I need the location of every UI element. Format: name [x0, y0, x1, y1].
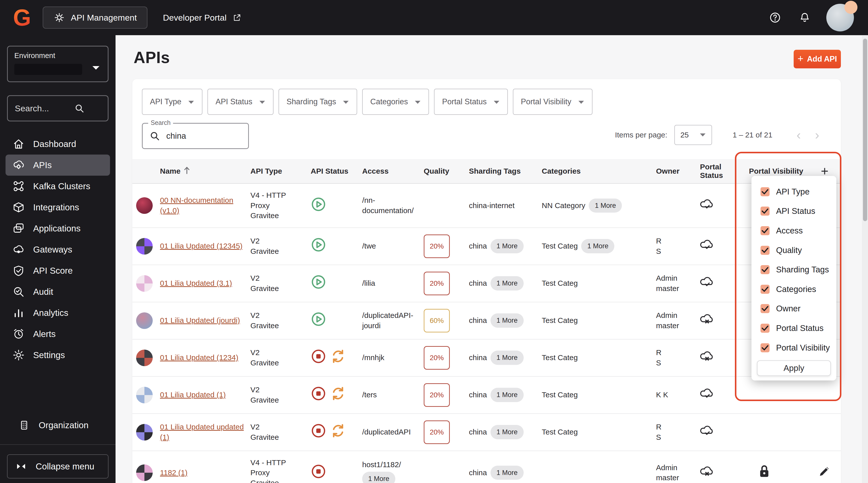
sidebar-item-alerts[interactable]: Alerts	[5, 324, 110, 344]
api-name-link[interactable]: 01 Lilia Updated (12345)	[160, 242, 243, 250]
more-chip[interactable]: 1 More	[589, 199, 622, 213]
column-option-owner[interactable]: Owner	[751, 299, 836, 319]
developer-portal-link[interactable]: Developer Portal	[163, 11, 243, 24]
column-header-portal-status[interactable]: Portal Status	[700, 159, 749, 183]
developer-portal-label: Developer Portal	[163, 13, 226, 23]
more-chip[interactable]: 1 More	[491, 466, 524, 480]
sidebar-item-applications[interactable]: Applications	[5, 218, 110, 239]
sidebar-item-label: Settings	[33, 350, 65, 360]
portal-status-cell	[700, 343, 749, 372]
api-status-cell	[311, 379, 362, 411]
add-api-label: Add API	[807, 55, 837, 64]
sharding-tags-cell: china1 More	[469, 270, 542, 297]
checkbox-checked[interactable]	[761, 246, 770, 255]
api-name-link[interactable]: 01 Lilia Updated (3.1)	[160, 279, 232, 287]
apply-button[interactable]: Apply	[757, 360, 831, 376]
sidebar-search-input[interactable]: Search...	[7, 95, 108, 121]
column-option-api-status[interactable]: API Status	[751, 202, 836, 221]
api-name-link[interactable]: 01 Lilia Updated (1)	[160, 391, 226, 399]
caret-down-icon	[92, 65, 100, 71]
edit-api-button[interactable]	[817, 464, 831, 481]
table-row: 01 Lilia Updated (3.1) V2Gravitee /lilia…	[132, 265, 841, 302]
filter-label: Sharding Tags	[286, 97, 336, 106]
sidebar-item-dashboard[interactable]: Dashboard	[5, 133, 110, 155]
sidebar-item-organization[interactable]: Organization	[11, 415, 104, 436]
more-chip[interactable]: 1 More	[362, 472, 395, 483]
next-page-button[interactable]: ›	[815, 128, 819, 142]
more-chip[interactable]: 1 More	[491, 425, 524, 439]
column-header-quality[interactable]: Quality	[424, 163, 469, 179]
sidebar-item-settings[interactable]: Settings	[5, 344, 110, 366]
filter-api-type[interactable]: API Type	[142, 89, 203, 115]
more-chip[interactable]: 1 More	[491, 388, 524, 402]
filter-portal-visibility[interactable]: Portal Visibility	[513, 89, 592, 115]
more-chip[interactable]: 1 More	[491, 276, 524, 290]
column-option-sharding-tags[interactable]: Sharding Tags	[751, 260, 836, 279]
collapse-menu-button[interactable]: Collapse menu	[7, 454, 108, 479]
caret-down-icon	[493, 97, 500, 106]
more-chip[interactable]: 1 More	[491, 351, 524, 365]
external-link-icon	[231, 11, 243, 24]
environment-selector[interactable]: Environment	[7, 46, 108, 82]
checkbox-checked[interactable]	[761, 265, 770, 274]
column-option-quality[interactable]: Quality	[751, 241, 836, 260]
sidebar-item-api-score[interactable]: API Score	[5, 260, 110, 281]
sidebar-item-analytics[interactable]: Analytics	[5, 302, 110, 324]
product-switcher[interactable]: API Management	[43, 6, 148, 29]
api-name-link[interactable]: 01 Lilia Updated (1234)	[160, 353, 238, 362]
column-header-owner[interactable]: Owner	[656, 163, 700, 179]
scrollbar-thumb[interactable]	[863, 39, 867, 221]
filter-sharding-tags[interactable]: Sharding Tags	[279, 89, 358, 115]
column-header-name[interactable]: Name	[160, 162, 250, 180]
more-chip[interactable]: 1 More	[581, 239, 614, 253]
api-status-cell	[311, 305, 362, 336]
column-option-portal-visibility[interactable]: Portal Visibility	[751, 338, 836, 358]
previous-page-button[interactable]: ‹	[797, 128, 801, 142]
api-name-link[interactable]: 01 Lilia Updated (jourdi)	[160, 316, 240, 325]
sidebar-item-gateways[interactable]: Gateways	[5, 239, 110, 260]
table-search-input[interactable]: Search china	[142, 123, 249, 149]
column-option-api-type[interactable]: API Type	[751, 182, 836, 202]
help-button[interactable]	[767, 9, 783, 26]
gravitee-logo[interactable]: G	[13, 7, 31, 28]
column-option-portal-status[interactable]: Portal Status	[751, 319, 836, 338]
column-header-access[interactable]: Access	[362, 163, 424, 179]
filter-portal-status[interactable]: Portal Status	[434, 89, 507, 115]
filter-bar: API Type API Status Sharding Tags Catego…	[132, 79, 841, 115]
checkbox-checked[interactable]	[761, 304, 770, 313]
sidebar-item-integrations[interactable]: Integrations	[5, 197, 110, 218]
checkbox-checked[interactable]	[761, 187, 770, 196]
more-chip[interactable]: 1 More	[491, 239, 524, 253]
sharding-tags-cell: china1 More	[469, 344, 542, 371]
api-name-link[interactable]: 1182 (1)	[160, 469, 188, 477]
checkbox-checked[interactable]	[761, 207, 770, 216]
filter-label: Portal Status	[442, 97, 487, 106]
checkbox-checked[interactable]	[761, 285, 770, 294]
column-header-categories[interactable]: Categories	[542, 163, 656, 179]
sharding-tags-cell: china1 More	[469, 307, 542, 334]
filter-categories[interactable]: Categories	[362, 89, 429, 115]
column-option-access[interactable]: Access	[751, 221, 836, 241]
items-per-page-select[interactable]: 25	[674, 125, 712, 145]
checkbox-checked[interactable]	[761, 324, 770, 333]
sidebar-item-apis[interactable]: APIs	[5, 155, 110, 176]
sidebar-item-audit[interactable]: Audit	[5, 281, 110, 302]
add-api-button[interactable]: + Add API	[794, 50, 841, 68]
column-header-api-status[interactable]: API Status	[311, 163, 362, 179]
more-chip[interactable]: 1 More	[491, 313, 524, 327]
alarm-icon	[12, 328, 25, 340]
sidebar-item-kafka-clusters[interactable]: Kafka Clusters	[5, 176, 110, 197]
column-header-api-type[interactable]: API Type	[250, 163, 311, 179]
categories-cell: Test Categ1 More	[542, 233, 656, 260]
notifications-button[interactable]	[797, 9, 813, 26]
api-name-link[interactable]: 00 NN-documentation (v1.0)	[160, 196, 233, 215]
sidebar-item-label: Gateways	[33, 244, 72, 254]
filter-api-status[interactable]: API Status	[208, 89, 273, 115]
column-option-categories[interactable]: Categories	[751, 279, 836, 299]
column-header-sharding-tags[interactable]: Sharding Tags	[469, 163, 542, 179]
owner-cell: K K	[656, 383, 700, 406]
checkbox-checked[interactable]	[761, 226, 770, 235]
api-name-link[interactable]: 01 Lilia Updated updated (1)	[160, 423, 244, 441]
user-menu[interactable]	[826, 4, 854, 31]
checkbox-checked[interactable]	[761, 343, 770, 352]
